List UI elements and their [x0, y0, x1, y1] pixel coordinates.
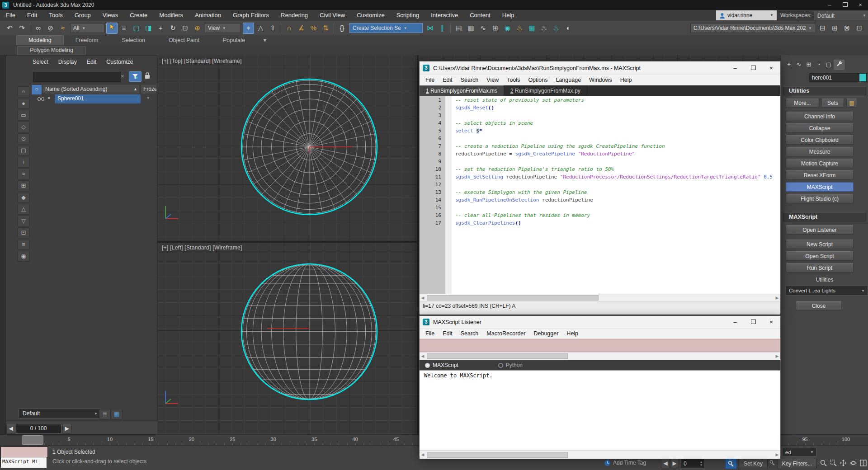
- object-name-field[interactable]: here001: [809, 73, 860, 82]
- display-spacewarps-icon[interactable]: ≈: [18, 169, 29, 179]
- mini-macro-recorder[interactable]: [0, 446, 48, 458]
- scroll-left-icon[interactable]: ◀: [420, 295, 426, 301]
- menu-interactive[interactable]: Interactive: [425, 10, 464, 21]
- menu-file[interactable]: File: [0, 10, 21, 21]
- maxscript-rollout-header[interactable]: MAXScript: [783, 212, 866, 221]
- menu-animation[interactable]: Animation: [189, 10, 227, 21]
- sphere-wireframe-top-view[interactable]: [239, 77, 379, 217]
- select-and-scale-icon[interactable]: ⊡: [179, 23, 191, 34]
- editor-menu-options[interactable]: Options: [524, 75, 552, 85]
- scroll-left-icon[interactable]: ◀: [420, 353, 426, 359]
- object-name-cell[interactable]: Sphere001: [55, 94, 141, 103]
- maxscript-radio[interactable]: [425, 363, 430, 368]
- pan-icon[interactable]: [839, 458, 848, 468]
- frozen-column-header[interactable]: Frozen: [141, 85, 157, 94]
- display-tab-icon[interactable]: ▢: [824, 60, 834, 69]
- visibility-eye-icon[interactable]: [38, 97, 44, 101]
- add-time-tag-label[interactable]: Add Time Tag: [613, 460, 646, 466]
- configure-button-sets-icon[interactable]: ▤: [846, 99, 857, 108]
- ribbon-tab-selection[interactable]: Selection: [110, 36, 156, 45]
- create-tab-icon[interactable]: +: [784, 60, 794, 69]
- python-radio[interactable]: [498, 363, 503, 368]
- utility-button-collapse[interactable]: Collapse: [786, 123, 854, 133]
- material-editor-icon[interactable]: ◉: [502, 23, 513, 34]
- render-iterative-icon[interactable]: ♨: [551, 23, 562, 34]
- editor-menu-tools[interactable]: Tools: [503, 75, 524, 85]
- select-and-manipulate-icon[interactable]: △: [255, 23, 266, 34]
- close-button[interactable]: ×: [762, 316, 780, 329]
- user-account-menu[interactable]: vidar.rinne ▼: [716, 10, 777, 20]
- scroll-right-icon[interactable]: ▶: [774, 295, 780, 301]
- mirror-icon[interactable]: ⋈: [425, 23, 436, 34]
- undo-icon[interactable]: ↶: [4, 23, 15, 34]
- set-key-mode-icon[interactable]: [725, 458, 737, 469]
- ribbon-overflow-icon[interactable]: ▾: [259, 36, 271, 45]
- select-and-rotate-icon[interactable]: ↻: [167, 23, 179, 34]
- minimize-button[interactable]: –: [726, 62, 744, 75]
- toggle-layer-explorer-icon[interactable]: ▥: [465, 23, 476, 34]
- spinner-arrows-icon[interactable]: ▲▼: [700, 461, 703, 467]
- display-shapes-icon[interactable]: ◇: [18, 122, 29, 132]
- utility-button-channel-info[interactable]: Channel Info: [786, 112, 854, 121]
- maximize-viewport-icon[interactable]: [859, 458, 868, 468]
- editor-menu-view[interactable]: View: [482, 75, 503, 85]
- maximize-button[interactable]: [744, 316, 762, 329]
- listener-menu-edit[interactable]: Edit: [439, 329, 457, 338]
- menu-tools[interactable]: Tools: [43, 10, 68, 21]
- editor-menu-language[interactable]: Language: [552, 75, 585, 85]
- toolbar-extra-icon-1[interactable]: ⊟: [817, 23, 828, 34]
- minimize-button[interactable]: –: [726, 316, 744, 329]
- orbit-icon[interactable]: [849, 458, 858, 468]
- explorer-menu-edit[interactable]: Edit: [82, 56, 102, 68]
- align-icon[interactable]: ∥: [437, 23, 448, 34]
- current-frame-field[interactable]: 0 ▲▼: [681, 459, 704, 468]
- utility-button-reset-xform[interactable]: Reset XForm: [786, 170, 854, 180]
- percent-snap-icon[interactable]: %: [308, 23, 319, 34]
- sort-mode-icon[interactable]: ≡: [18, 239, 29, 250]
- frame-back-button[interactable]: ◀: [6, 424, 15, 433]
- select-and-move-icon[interactable]: +: [155, 23, 166, 34]
- frame-forward-button[interactable]: ▶: [62, 424, 71, 433]
- explorer-list-mode-icon[interactable]: ≣: [99, 409, 111, 420]
- menu-group[interactable]: Group: [69, 10, 97, 21]
- display-bones-icon[interactable]: △: [18, 204, 29, 215]
- ribbon-tab-freeform[interactable]: Freeform: [64, 36, 110, 45]
- select-and-link-icon[interactable]: ∞: [33, 23, 44, 34]
- modify-tab-icon[interactable]: ∿: [794, 60, 804, 69]
- project-folder-dropdown[interactable]: C:\Users\Vidar Rinne\Documents\3ds Max 2…: [690, 23, 815, 33]
- utility-button-measure[interactable]: Measure: [786, 147, 854, 156]
- hierarchy-tab-icon[interactable]: ⊞: [804, 60, 814, 69]
- display-xrefs-icon[interactable]: ◆: [18, 192, 29, 203]
- schematic-view-icon[interactable]: ⊞: [490, 23, 501, 34]
- restore-button[interactable]: [837, 0, 853, 9]
- menu-graph-editors[interactable]: Graph Editors: [227, 10, 275, 21]
- set-key-button[interactable]: Set Key: [739, 459, 768, 469]
- bind-to-space-warp-icon[interactable]: ≈: [57, 23, 68, 34]
- display-lights-icon[interactable]: ⊙: [18, 133, 29, 144]
- utilities-rollout-header[interactable]: Utilities: [783, 86, 866, 95]
- previous-key-button[interactable]: ◀: [661, 459, 670, 468]
- explorer-layout-dropdown[interactable]: Default ▼: [19, 409, 101, 418]
- ab-compare-icon[interactable]: ◐: [563, 23, 574, 34]
- menu-modifiers[interactable]: Modifiers: [153, 10, 189, 21]
- menu-rendering[interactable]: Rendering: [275, 10, 314, 21]
- zoom-icon[interactable]: [819, 458, 828, 468]
- display-cameras-icon[interactable]: ▢: [18, 145, 29, 156]
- select-object-icon[interactable]: [106, 23, 118, 34]
- utility-button-color-clipboard[interactable]: Color Clipboard: [786, 135, 854, 145]
- scroll-left-icon[interactable]: ◀: [420, 451, 426, 458]
- key-filters-button[interactable]: Key Filters...: [778, 459, 816, 469]
- display-groups-icon[interactable]: ⊞: [18, 180, 29, 191]
- utility-button-motion-capture[interactable]: Motion Capture: [786, 159, 854, 168]
- menu-scripting[interactable]: Scripting: [391, 10, 425, 21]
- ribbon-tab-populate[interactable]: Populate: [211, 36, 257, 45]
- editor-tab-1[interactable]: 1 RunSimplygonFromMax.ms: [420, 85, 504, 96]
- selection-dot-icon[interactable]: ●: [47, 95, 51, 100]
- viewport-top-label[interactable]: [+] [Top] [Standard] [Wireframe]: [162, 58, 242, 64]
- rendered-frame-window-icon[interactable]: ▦: [526, 23, 538, 34]
- zoom-region-icon[interactable]: [829, 458, 838, 468]
- editor-menu-search[interactable]: Search: [457, 75, 483, 85]
- utility-button-flight-studio-c-[interactable]: Flight Studio (c): [786, 194, 854, 203]
- listener-menu-macrorecorder[interactable]: MacroRecorder: [482, 329, 529, 338]
- explorer-search-input[interactable]: [33, 72, 121, 82]
